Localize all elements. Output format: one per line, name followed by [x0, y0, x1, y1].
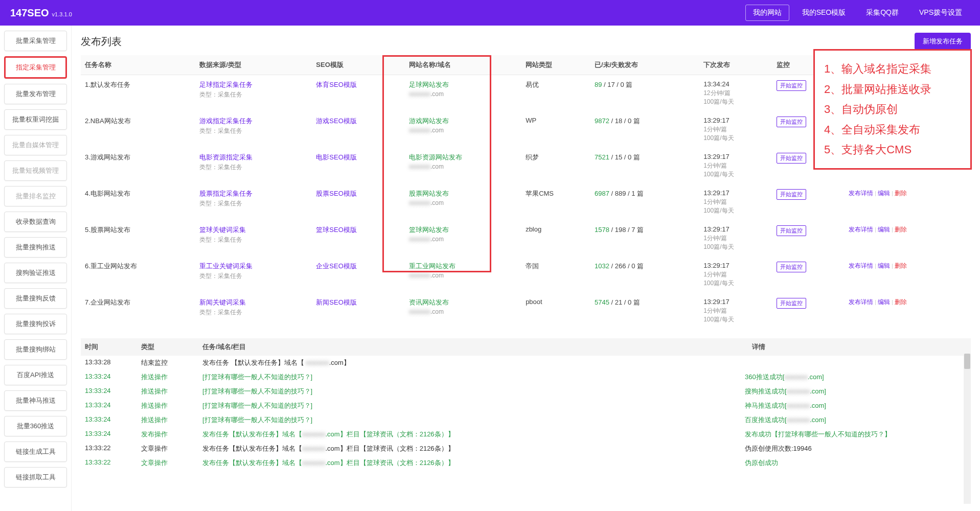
log-detail: 伪原创使用次数:19946 — [745, 444, 960, 453]
monitor-button[interactable]: 开始监控 — [777, 262, 806, 272]
sidebar-item-6[interactable]: 批量排名监控 — [4, 186, 67, 206]
sidebar-item-10[interactable]: 批量搜狗反馈 — [4, 288, 67, 309]
nav-seo-templates[interactable]: 我的SEO模版 — [794, 5, 854, 21]
cell-cms-type: WP — [521, 111, 590, 148]
cell-monitor: 开始监控 — [772, 257, 845, 293]
cell-tpl: 企业SEO模版 — [312, 257, 405, 293]
sidebar-item-4[interactable]: 批量自媒体管理 — [4, 135, 67, 155]
cell-next: 13:29:171分钟/篇 100篇/每天 — [699, 257, 772, 293]
op-edit[interactable]: 编辑 — [878, 262, 890, 269]
source-link[interactable]: 篮球关键词采集 — [199, 226, 246, 234]
source-link[interactable]: 电影资源指定采集 — [199, 153, 253, 161]
sidebar-item-3[interactable]: 批量权重词挖掘 — [4, 109, 67, 130]
add-publish-task-button[interactable]: 新增发布任务 — [915, 33, 971, 50]
monitor-button[interactable]: 开始监控 — [777, 80, 806, 91]
tpl-link[interactable]: 股票SEO模版 — [316, 190, 356, 197]
feature-overlay: 1、输入域名指定采集2、批量网站推送收录3、自动伪原创4、全自动采集发布5、支持… — [813, 49, 972, 170]
sidebar-item-13[interactable]: 百度API推送 — [4, 365, 67, 385]
cell-site: 游戏网站发布xxxxxxx.com — [405, 111, 521, 148]
cell-ops: 发布详情|编辑|删除 — [845, 257, 971, 293]
sidebar-item-15[interactable]: 批量360推送 — [4, 416, 67, 436]
log-type: 发布操作 — [141, 430, 202, 439]
source-link[interactable]: 足球指定采集任务 — [199, 81, 253, 88]
log-detail: 伪原创成功 — [745, 458, 960, 468]
site-domain: xxxxxxx.com — [409, 199, 517, 206]
log-time: 13:33:28 — [85, 358, 141, 367]
log-row: 13:33:24推送操作[打篮球有哪些一般人不知道的技巧？]百度推送成功[xxx… — [81, 413, 964, 427]
sidebar-item-7[interactable]: 收录数据查询 — [4, 212, 67, 232]
monitor-button[interactable]: 开始监控 — [777, 189, 806, 200]
site-link[interactable]: 资讯网站发布 — [409, 298, 449, 306]
col-2: SEO模版 — [312, 55, 405, 75]
site-link[interactable]: 篮球网站发布 — [409, 226, 449, 234]
nav-my-sites[interactable]: 我的网站 — [745, 5, 789, 21]
cell-name: 5.股票网站发布 — [81, 220, 195, 257]
source-link[interactable]: 重工业关键词采集 — [199, 262, 253, 270]
site-link[interactable]: 电影资源网站发布 — [409, 153, 462, 161]
cell-name: 2.NBA网站发布 — [81, 111, 195, 148]
cell-ops: 发布详情|编辑|删除 — [845, 293, 971, 329]
monitor-button[interactable]: 开始监控 — [777, 153, 806, 164]
tpl-link[interactable]: 企业SEO模版 — [316, 262, 356, 270]
sidebar-item-0[interactable]: 批量采集管理 — [4, 31, 67, 51]
cell-counts: 6987 / 889 / 1 篇 — [590, 184, 699, 220]
log-msg: 发布任务【默认发布任务】域名【xxxxxxx.com】栏目【篮球资讯（文档：21… — [202, 444, 745, 453]
source-type: 类型：采集任务 — [199, 90, 308, 99]
op-edit[interactable]: 编辑 — [878, 298, 890, 306]
log-body[interactable]: 13:33:28结束监控发布任务 【默认发布任务】域名【 xxxxxxx.com… — [81, 356, 971, 470]
col-0: 任务名称 — [81, 55, 195, 75]
cell-name: 7.企业网站发布 — [81, 293, 195, 329]
log-scrollbar-thumb[interactable] — [964, 354, 970, 369]
op-detail[interactable]: 发布详情 — [849, 190, 873, 197]
site-domain: xxxxxxx.com — [409, 272, 517, 279]
op-delete[interactable]: 删除 — [895, 226, 907, 233]
cell-site: 资讯网站发布xxxxxxx.com — [405, 293, 521, 329]
tpl-link[interactable]: 篮球SEO模版 — [316, 226, 356, 234]
table-row: 6.重工业网站发布重工业关键词采集类型：采集任务企业SEO模版重工业网站发布xx… — [81, 257, 971, 293]
op-delete[interactable]: 删除 — [895, 190, 907, 197]
sidebar-item-14[interactable]: 批量神马推送 — [4, 390, 67, 411]
op-detail[interactable]: 发布详情 — [849, 226, 873, 233]
site-link[interactable]: 重工业网站发布 — [409, 262, 455, 270]
sidebar-item-16[interactable]: 链接生成工具 — [4, 442, 67, 462]
log-type: 结束监控 — [141, 358, 202, 367]
source-link[interactable]: 游戏指定采集任务 — [199, 117, 253, 125]
source-link[interactable]: 股票指定采集任务 — [199, 190, 253, 197]
log-scrollbar[interactable] — [964, 354, 971, 504]
sidebar-item-12[interactable]: 批量搜狗绑站 — [4, 339, 67, 360]
sidebar: 批量采集管理指定采集管理批量发布管理批量权重词挖掘批量自媒体管理批量短视频管理批… — [0, 26, 72, 511]
monitor-button[interactable]: 开始监控 — [777, 117, 806, 127]
sidebar-item-9[interactable]: 搜狗验证推送 — [4, 263, 67, 283]
monitor-button[interactable]: 开始监控 — [777, 298, 806, 309]
sidebar-item-11[interactable]: 批量搜狗投诉 — [4, 314, 67, 334]
site-link[interactable]: 足球网站发布 — [409, 81, 449, 88]
site-link[interactable]: 游戏网站发布 — [409, 117, 449, 125]
tpl-link[interactable]: 电影SEO模版 — [316, 153, 356, 161]
op-detail[interactable]: 发布详情 — [849, 298, 873, 306]
nav-vps-dial[interactable]: VPS拨号设置 — [911, 5, 970, 21]
sidebar-item-5[interactable]: 批量短视频管理 — [4, 160, 67, 181]
op-delete[interactable]: 删除 — [895, 298, 907, 306]
op-edit[interactable]: 编辑 — [878, 226, 890, 233]
cell-ops: 发布详情|编辑|删除 — [845, 184, 971, 220]
monitor-button[interactable]: 开始监控 — [777, 225, 806, 236]
op-detail[interactable]: 发布详情 — [849, 262, 873, 269]
sidebar-item-8[interactable]: 批量搜狗推送 — [4, 237, 67, 258]
cell-tpl: 体育SEO模版 — [312, 75, 405, 112]
cell-next: 13:29:171分钟/篇 100篇/每天 — [699, 184, 772, 220]
log-msg: [打篮球有哪些一般人不知道的技巧？] — [202, 415, 745, 425]
sidebar-item-1[interactable]: 指定采集管理 — [4, 56, 67, 79]
site-link[interactable]: 股票网站发布 — [409, 190, 449, 197]
tpl-link[interactable]: 游戏SEO模版 — [316, 117, 356, 125]
op-edit[interactable]: 编辑 — [878, 190, 890, 197]
nav-qq-group[interactable]: 采集QQ群 — [858, 5, 906, 21]
sidebar-item-2[interactable]: 批量发布管理 — [4, 84, 67, 104]
cell-monitor: 开始监控 — [772, 220, 845, 257]
log-msg: [打篮球有哪些一般人不知道的技巧？] — [202, 401, 745, 410]
source-link[interactable]: 新闻关键词采集 — [199, 298, 246, 306]
tpl-link[interactable]: 新闻SEO模版 — [316, 298, 356, 306]
tpl-link[interactable]: 体育SEO模版 — [316, 81, 356, 88]
sidebar-item-17[interactable]: 链接抓取工具 — [4, 467, 67, 487]
op-delete[interactable]: 删除 — [895, 262, 907, 269]
log-time: 13:33:24 — [85, 387, 141, 396]
